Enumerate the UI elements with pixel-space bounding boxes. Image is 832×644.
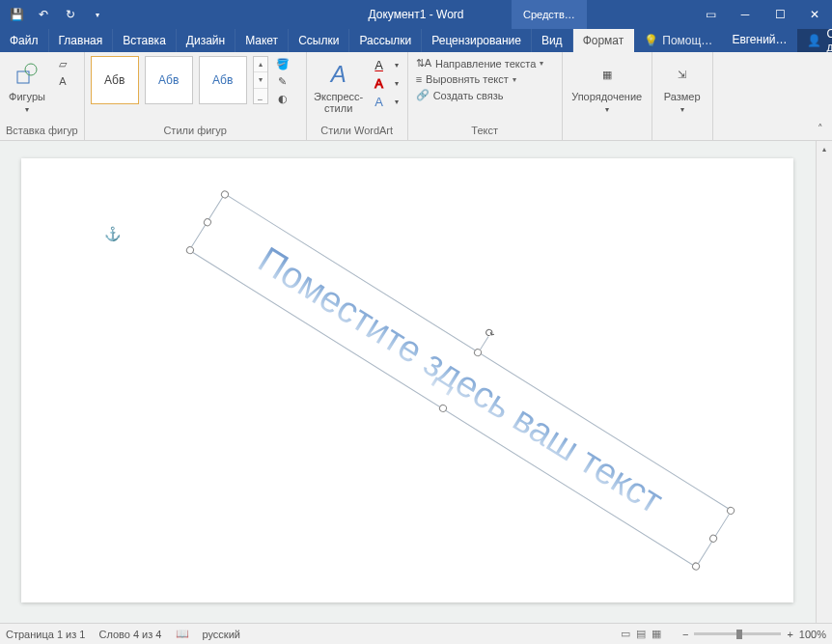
- save-button[interactable]: 💾: [4, 1, 29, 28]
- size-button[interactable]: ⇲ Размер▾: [658, 56, 707, 120]
- maximize-icon: ☐: [775, 8, 786, 21]
- tab-design[interactable]: Дизайн: [177, 29, 236, 52]
- quick-access-toolbar: 💾 ↶ ↻ ▾: [0, 1, 110, 28]
- create-link-button[interactable]: 🔗Создать связь: [414, 88, 506, 102]
- shape-fill-button[interactable]: 🪣: [272, 56, 293, 71]
- ribbon-options-button[interactable]: ▭: [693, 0, 728, 29]
- resize-handle-mr[interactable]: [708, 533, 719, 544]
- resize-handle-bm[interactable]: [437, 403, 448, 413]
- shapes-button[interactable]: Фигуры▾: [6, 56, 48, 120]
- resize-handle-tl[interactable]: [219, 189, 230, 200]
- rotate-handle[interactable]: ⟳: [481, 324, 499, 343]
- shape-outline-button[interactable]: ✎: [272, 73, 293, 89]
- tab-mailings[interactable]: Рассылки: [349, 29, 422, 52]
- group-wordart-styles: A Экспресс- стили A▾ A▾ A▾ Стили WordArt: [307, 52, 408, 140]
- contextual-tab-label: Средств…: [512, 0, 587, 29]
- text-outline-icon: A: [374, 76, 383, 91]
- redo-button[interactable]: ↻: [58, 1, 83, 28]
- zoom-level[interactable]: 100%: [799, 629, 826, 640]
- align-text-button[interactable]: ≡Выровнять текст▾: [414, 72, 518, 86]
- undo-button[interactable]: ↶: [31, 1, 56, 28]
- document-area: ⚓ ⟳ Поместите здесь ваш текст ▴: [0, 141, 832, 623]
- share-button[interactable]: 👤Общий доступ: [797, 29, 832, 52]
- minimize-icon: ─: [741, 8, 750, 21]
- tab-file[interactable]: Файл: [0, 29, 49, 52]
- maximize-button[interactable]: ☐: [763, 0, 797, 29]
- align-text-icon: ≡: [416, 73, 422, 85]
- tab-home[interactable]: Главная: [49, 29, 114, 52]
- ribbon-display-icon: ▭: [706, 8, 716, 21]
- fill-icon: 🪣: [276, 58, 290, 70]
- print-layout-button[interactable]: ▤: [636, 628, 646, 640]
- text-direction-icon: ⇅A: [416, 57, 431, 70]
- qat-dropdown[interactable]: ▾: [85, 1, 110, 28]
- link-icon: 🔗: [416, 89, 430, 101]
- web-layout-button[interactable]: ▦: [652, 628, 661, 640]
- page-count[interactable]: Страница 1 из 1: [6, 629, 85, 640]
- wordart-text[interactable]: Поместите здесь ваш текст: [251, 238, 670, 521]
- text-fill-button[interactable]: A: [369, 56, 390, 73]
- resize-handle-bl[interactable]: [184, 245, 195, 256]
- tab-insert[interactable]: Вставка: [113, 29, 177, 52]
- resize-handle-tm[interactable]: [473, 348, 484, 358]
- wordart-object[interactable]: ⟳ Поместите здесь ваш текст: [200, 197, 721, 564]
- text-effects-dd[interactable]: ▾: [392, 93, 402, 110]
- zoom-in-button[interactable]: +: [787, 629, 792, 640]
- svg-point-1: [25, 64, 37, 75]
- page[interactable]: ⚓ ⟳ Поместите здесь ваш текст: [21, 158, 793, 602]
- word-count[interactable]: Слово 4 из 4: [98, 629, 161, 640]
- minimize-button[interactable]: ─: [728, 0, 763, 29]
- tab-references[interactable]: Ссылки: [289, 29, 349, 52]
- zoom-out-button[interactable]: −: [682, 629, 688, 640]
- group-shape-styles: Абв Абв Абв ▴▾⎯ 🪣 ✎ ◐ Стили фигур: [85, 52, 307, 140]
- collapse-ribbon-button[interactable]: ˄: [813, 121, 828, 136]
- resize-handle-ml[interactable]: [202, 217, 212, 228]
- language-button[interactable]: русский: [203, 629, 240, 640]
- text-direction-button[interactable]: ⇅AНаправление текста▾: [414, 56, 546, 70]
- text-outline-button[interactable]: A: [369, 74, 390, 92]
- user-account[interactable]: Евгений…: [722, 29, 796, 52]
- size-icon: ⇲: [678, 69, 686, 81]
- ribbon-tabs: Файл Главная Вставка Дизайн Макет Ссылки…: [0, 29, 832, 52]
- chevron-down-icon: ▾: [96, 11, 99, 19]
- group-size: ⇲ Размер▾: [652, 52, 713, 140]
- tab-format[interactable]: Формат: [573, 29, 635, 52]
- resize-handle-br[interactable]: [691, 561, 702, 572]
- edit-shape-button[interactable]: ▱: [52, 56, 73, 71]
- close-icon: ✕: [810, 8, 819, 21]
- tab-layout[interactable]: Макет: [236, 29, 289, 52]
- shape-style-2[interactable]: Абв: [145, 56, 193, 104]
- book-icon: 📖: [176, 628, 189, 639]
- wordart-a-icon: A: [331, 61, 347, 88]
- chevron-down-icon: ▾: [680, 105, 684, 114]
- shape-effects-button[interactable]: ◐: [272, 91, 293, 106]
- resize-handle-tr[interactable]: [726, 505, 736, 516]
- tab-view[interactable]: Вид: [532, 29, 573, 52]
- status-bar: Страница 1 из 1 Слово 4 из 4 📖 русский ▭…: [0, 623, 832, 644]
- proofing-button[interactable]: 📖: [176, 628, 189, 640]
- text-outline-dd[interactable]: ▾: [392, 74, 402, 92]
- text-effects-icon: A: [374, 95, 383, 109]
- shape-style-3[interactable]: Абв: [199, 56, 247, 104]
- read-mode-button[interactable]: ▭: [621, 628, 630, 640]
- scroll-up-button[interactable]: ▴: [817, 141, 832, 157]
- arrange-button[interactable]: ▦ Упорядочение▾: [569, 56, 646, 120]
- group-arrange: ▦ Упорядочение▾: [563, 52, 652, 140]
- zoom-slider[interactable]: [694, 632, 781, 635]
- rotate-icon: ⟳: [482, 325, 497, 342]
- text-effects-button[interactable]: A: [369, 93, 390, 110]
- wordart-styles-button[interactable]: A Экспресс- стили: [313, 56, 365, 118]
- tab-review[interactable]: Рецензирование: [422, 29, 532, 52]
- shape-style-1[interactable]: Абв: [91, 56, 139, 104]
- text-fill-dd[interactable]: ▾: [392, 56, 402, 73]
- shape-styles-more[interactable]: ▴▾⎯: [253, 56, 268, 104]
- group-text: ⇅AНаправление текста▾ ≡Выровнять текст▾ …: [408, 52, 563, 140]
- vertical-scrollbar[interactable]: ▴: [816, 141, 832, 623]
- undo-icon: ↶: [39, 8, 48, 21]
- svg-rect-0: [17, 71, 29, 83]
- close-button[interactable]: ✕: [797, 0, 832, 29]
- save-icon: 💾: [10, 8, 24, 21]
- tell-me-search[interactable]: 💡Помощ…: [634, 29, 722, 52]
- text-box-button[interactable]: A: [52, 73, 73, 89]
- chevron-down-icon: ▾: [605, 105, 609, 114]
